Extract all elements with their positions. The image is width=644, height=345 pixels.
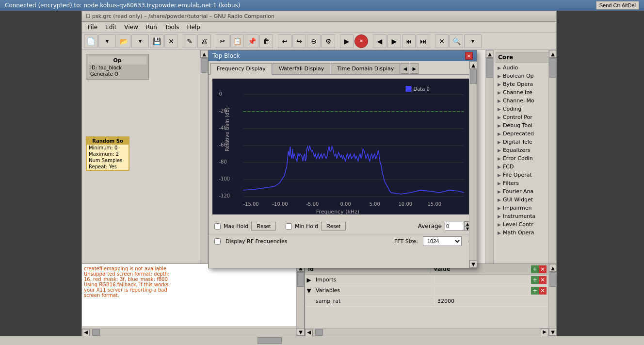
stop-button[interactable]: ✕: [354, 34, 368, 48]
menu-help[interactable]: Help: [183, 23, 204, 32]
menu-run[interactable]: Run: [142, 23, 161, 32]
copy-button[interactable]: 📋: [230, 34, 244, 48]
tree-item-coding[interactable]: ▶ Coding: [496, 105, 554, 113]
tree-item-control-por[interactable]: ▶ Control Por: [496, 113, 554, 121]
paste-button[interactable]: 📌: [245, 34, 258, 48]
tree-item-audio[interactable]: ▶ Audio: [496, 64, 554, 72]
global-hscroll-thumb[interactable]: [258, 337, 282, 344]
dialog-scroll-up[interactable]: ▲: [469, 61, 477, 69]
menu-edit[interactable]: Edit: [101, 23, 120, 32]
global-hscrollbar-track[interactable]: [0, 336, 644, 345]
log-scrollbar[interactable]: ▲ ▼: [296, 264, 304, 336]
tree-item-math-opera[interactable]: ▶ Math Opera: [496, 229, 554, 237]
cut-button[interactable]: ✂: [216, 34, 229, 48]
tree-item-gui-widget[interactable]: ▶ GUI Widget: [496, 196, 554, 204]
average-input[interactable]: [445, 222, 464, 230]
new-button[interactable]: 📄: [84, 34, 97, 48]
tree-item-digital-tele[interactable]: ▶ Digital Tele: [496, 138, 554, 146]
log-hscrollbar[interactable]: ◀: [82, 328, 296, 336]
max-hold-checkbox[interactable]: [214, 223, 221, 230]
right-scroll-thumb[interactable]: [549, 58, 556, 78]
canvas-scroll-thumb[interactable]: [486, 58, 493, 78]
tree-item-file-operat[interactable]: ▶ File Operat: [496, 171, 554, 179]
props-variables-del[interactable]: ✕: [539, 287, 547, 295]
tree-item-error-codin[interactable]: ▶ Error Codin: [496, 154, 554, 163]
props-imports-add[interactable]: +: [531, 276, 539, 284]
edit-button[interactable]: ✎: [183, 34, 196, 48]
scroll-up-button[interactable]: ▲: [200, 50, 208, 58]
props-hscroll-thumb[interactable]: [315, 329, 323, 336]
min-hold-reset-button[interactable]: Reset: [321, 222, 346, 230]
props-vscroll-up[interactable]: ▲: [549, 264, 557, 272]
open-dropdown[interactable]: ▾: [131, 34, 149, 48]
play-button[interactable]: ▶: [340, 34, 354, 48]
log-hscroll-thumb[interactable]: [92, 329, 100, 336]
tree-item-boolean-op[interactable]: ▶ Boolean Op: [496, 72, 554, 80]
fft-size-select[interactable]: 512 1024 2048 4096: [423, 236, 462, 246]
random-source-block[interactable]: Random So Minimum: 0 Maximum: 2 Num Samp…: [86, 136, 129, 171]
dialog-scroll-thumb[interactable]: [470, 69, 477, 84]
display-rf-checkbox[interactable]: [214, 238, 221, 245]
min-hold-checkbox[interactable]: [286, 223, 292, 230]
tab-time-domain-display[interactable]: Time Domain Display: [331, 63, 400, 74]
tab-prev-button[interactable]: ◀: [401, 63, 409, 74]
x-button[interactable]: ✕: [435, 34, 449, 48]
props-variables-add[interactable]: +: [531, 287, 539, 295]
log-scroll-thumb[interactable]: [297, 272, 304, 287]
props-imports-del[interactable]: ✕: [539, 276, 547, 284]
props-expand-variables[interactable]: ▼: [305, 287, 313, 294]
tab-next-button[interactable]: ▶: [410, 63, 419, 74]
props-hscrollbar[interactable]: ◀ ▶: [305, 328, 548, 336]
close-button[interactable]: ✕: [164, 34, 178, 48]
tree-item-equalizers[interactable]: ▶ Equalizers: [496, 146, 554, 154]
props-vscrollbar[interactable]: ▲ ▼: [548, 264, 556, 336]
tree-item-impairmen[interactable]: ▶ Impairmen: [496, 204, 554, 212]
nav4-button[interactable]: ⏭: [417, 34, 430, 48]
props-vscroll-down[interactable]: ▼: [549, 328, 557, 336]
open-button[interactable]: 📂: [117, 34, 130, 48]
props-hscroll-left[interactable]: ◀: [305, 329, 313, 337]
tab-waterfall-display[interactable]: Waterfall Display: [273, 63, 330, 74]
props-add-button[interactable]: +: [531, 265, 539, 273]
dialog-scrollbar[interactable]: ▲ ▼: [469, 61, 477, 268]
menu-view[interactable]: View: [120, 23, 142, 32]
tree-item-debug-tool[interactable]: ▶ Debug Tool: [496, 121, 554, 130]
tree-item-byte-opera[interactable]: ▶ Byte Opera: [496, 80, 554, 88]
block1-button[interactable]: ⊖: [307, 34, 321, 48]
nav3-button[interactable]: ⏮: [402, 34, 416, 48]
log-scroll-down[interactable]: ▼: [297, 328, 305, 336]
tree-item-deprecated[interactable]: ▶ Deprecated: [496, 130, 554, 138]
tree-item-fcd[interactable]: ▶ FCD: [496, 163, 554, 171]
menu-file[interactable]: File: [84, 23, 101, 32]
tab-frequency-display[interactable]: Frequency Display: [210, 63, 272, 75]
save-button[interactable]: 💾: [150, 34, 163, 48]
props-expand-imports[interactable]: ▶: [305, 277, 313, 283]
zoom-dropdown[interactable]: ▾: [464, 34, 482, 48]
tree-item-channel-mo[interactable]: ▶ Channel Mo: [496, 97, 554, 105]
tree-item-fourier-ana[interactable]: ▶ Fourier Ana: [496, 187, 554, 196]
scroll-thumb[interactable]: [201, 58, 208, 73]
props-del-button[interactable]: ✕: [539, 265, 547, 273]
props-hscroll-right[interactable]: ▶: [541, 329, 548, 336]
dialog-scroll-down[interactable]: ▼: [469, 260, 477, 268]
zoom-button[interactable]: 🔍: [450, 34, 463, 48]
print-button[interactable]: 🖨: [197, 34, 211, 48]
redo-button[interactable]: ↪: [292, 34, 306, 48]
nav2-button[interactable]: ▶: [387, 34, 401, 48]
right-scroll-up[interactable]: ▲: [549, 50, 556, 58]
tree-item-filters[interactable]: ▶ Filters: [496, 179, 554, 187]
new-dropdown[interactable]: ▾: [98, 34, 116, 48]
canvas-scroll-up[interactable]: ▲: [486, 50, 493, 58]
menu-tools[interactable]: Tools: [161, 23, 183, 32]
tree-item-level-contr[interactable]: ▶ Level Contr: [496, 220, 554, 229]
undo-button[interactable]: ↩: [278, 34, 291, 48]
tree-item-instrumenta[interactable]: ▶ Instrumenta: [496, 212, 554, 220]
nav1-button[interactable]: ◀: [373, 34, 386, 48]
delete-button[interactable]: 🗑: [259, 34, 273, 48]
log-hscroll-left[interactable]: ◀: [82, 329, 90, 337]
props-vscroll-thumb[interactable]: [549, 272, 556, 287]
rotate-button[interactable]: ⚙: [322, 34, 335, 48]
max-hold-reset-button[interactable]: Reset: [251, 222, 276, 230]
tree-item-channelize[interactable]: ▶ Channelize: [496, 88, 554, 97]
send-ctrlaltdel-button[interactable]: Send CtrlAltDel: [596, 1, 639, 10]
